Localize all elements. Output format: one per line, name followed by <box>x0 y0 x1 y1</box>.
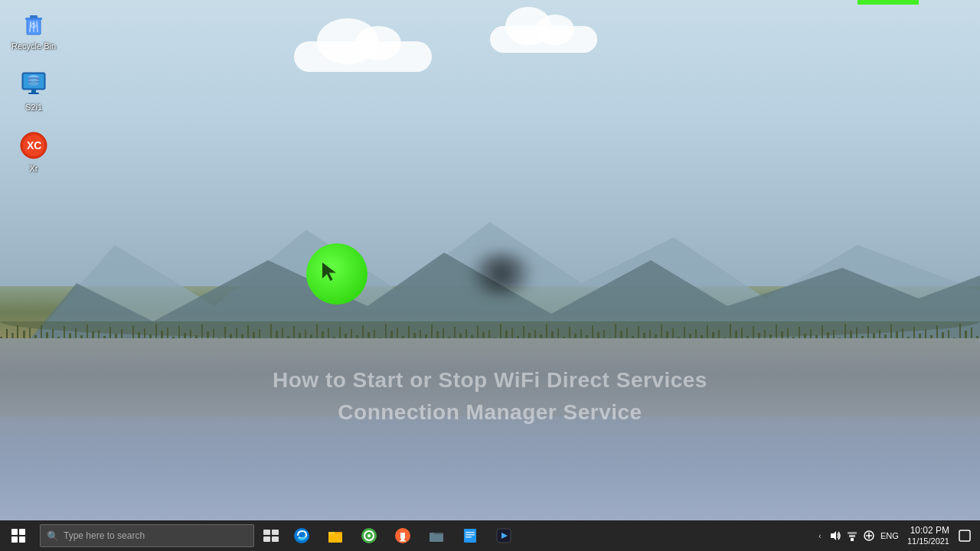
xr-icon[interactable]: XC Xr <box>6 130 61 174</box>
show-hidden-icons[interactable]: ‹ <box>814 520 826 551</box>
battery-tray-icon[interactable] <box>861 520 877 551</box>
svg-point-188 <box>28 81 39 86</box>
windows-logo <box>11 529 25 543</box>
system-tray: ‹ <box>814 520 980 551</box>
sql-icon[interactable]: S2i1 <box>6 69 61 112</box>
svg-rect-219 <box>848 532 857 534</box>
file-manager-icon <box>462 527 479 544</box>
folder-icon <box>428 527 445 544</box>
taskbar: 🔍 Type here to search <box>0 520 980 551</box>
svg-rect-205 <box>400 533 405 539</box>
file-explorer-icon <box>327 527 344 544</box>
notification-icon <box>959 530 971 542</box>
taskbar-snagit[interactable] <box>352 520 386 551</box>
svg-rect-190 <box>28 93 39 94</box>
clock-time: 10:02 PM <box>910 525 949 536</box>
svg-marker-216 <box>831 531 836 540</box>
svg-rect-212 <box>466 536 472 538</box>
volume-tray-icon[interactable] <box>828 520 843 551</box>
sql-label: S2i1 <box>25 103 42 112</box>
notification-tray-icon[interactable] <box>956 520 974 551</box>
green-bar-top <box>858 0 919 5</box>
system-clock[interactable]: 10:02 PM 11/15/2021 <box>903 520 954 551</box>
blur-circle <box>467 253 536 295</box>
task-view-button[interactable] <box>257 520 285 551</box>
svg-rect-200 <box>328 532 335 534</box>
network-tray-icon[interactable] <box>844 520 860 551</box>
battery-icon <box>863 530 875 542</box>
svg-rect-177 <box>30 15 38 18</box>
recycle-bin-label: Recycle Bin <box>11 41 56 51</box>
camtasia-icon <box>495 527 512 544</box>
volume-icon <box>829 530 841 542</box>
svg-rect-210 <box>466 532 475 533</box>
svg-rect-194 <box>263 530 270 535</box>
svg-rect-196 <box>263 536 270 542</box>
sql-image <box>18 69 49 99</box>
taskbar-camtasia[interactable] <box>487 520 521 551</box>
svg-marker-174 <box>322 262 336 281</box>
taskbar-file-manager[interactable] <box>453 520 487 551</box>
svg-rect-195 <box>272 530 279 535</box>
edge-icon <box>293 527 310 544</box>
language-label: ENG <box>880 531 899 540</box>
taskbar-audio[interactable] <box>386 520 420 551</box>
clock-date: 11/15/2021 <box>907 536 949 546</box>
svg-line-180 <box>37 21 38 32</box>
svg-text:XC: XC <box>27 139 41 152</box>
taskbar-edge[interactable] <box>285 520 318 551</box>
svg-rect-207 <box>400 540 406 542</box>
svg-point-203 <box>368 534 371 537</box>
xr-label: Xr <box>30 164 38 174</box>
taskbar-search[interactable]: 🔍 Type here to search <box>40 524 254 547</box>
svg-rect-217 <box>851 538 854 541</box>
recycle-bin-image: ♻ <box>18 8 49 38</box>
water-layer <box>0 338 980 520</box>
svg-rect-211 <box>466 534 475 536</box>
audio-icon-taskbar <box>394 527 411 544</box>
task-view-icon <box>263 530 279 542</box>
taskbar-file-explorer[interactable] <box>318 520 352 551</box>
cloud-1 <box>294 41 432 72</box>
svg-rect-209 <box>464 529 476 543</box>
svg-rect-197 <box>272 536 279 542</box>
taskbar-folder[interactable] <box>420 520 453 551</box>
start-button[interactable] <box>0 520 37 551</box>
svg-point-198 <box>294 528 309 543</box>
svg-text:♻: ♻ <box>30 21 37 30</box>
desktop: How to Start or Stop WiFi Direct Service… <box>0 0 980 520</box>
green-cursor-circle <box>306 243 368 305</box>
svg-rect-189 <box>31 90 36 93</box>
svg-rect-223 <box>959 530 970 541</box>
svg-rect-218 <box>849 535 855 537</box>
network-icon <box>846 530 858 542</box>
language-tray-icon[interactable]: ENG <box>878 520 901 551</box>
recycle-bin-icon[interactable]: ♻ Recycle Bin <box>6 8 61 51</box>
xr-image: XC <box>18 130 49 161</box>
search-placeholder: Type here to search <box>64 530 145 541</box>
snagit-icon <box>361 527 377 544</box>
search-icon: 🔍 <box>47 530 59 542</box>
cloud-2 <box>490 26 597 53</box>
